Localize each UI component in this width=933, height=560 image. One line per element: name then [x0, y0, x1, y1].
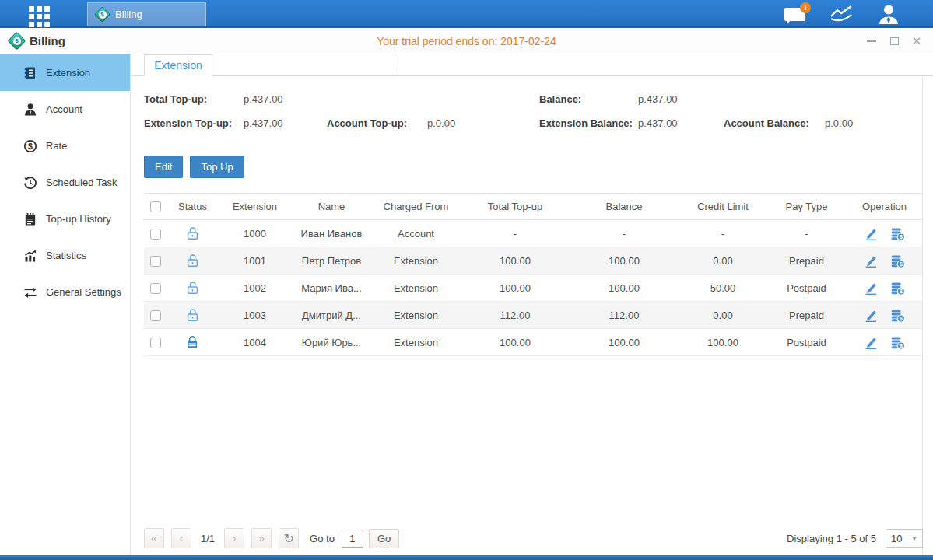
edit-pencil-icon[interactable] — [864, 308, 879, 323]
top-up-button[interactable]: Top Up — [190, 156, 244, 178]
topup-coins-icon[interactable]: $ — [890, 308, 905, 323]
maximize-button[interactable] — [889, 36, 900, 47]
edit-button[interactable]: Edit — [144, 156, 183, 178]
goto-page-input[interactable] — [342, 530, 363, 548]
table-header-row: StatusExtensionNameCharged FromTotal Top… — [144, 194, 923, 220]
minimize-button[interactable] — [866, 36, 877, 47]
next-page-button[interactable]: › — [224, 528, 244, 548]
edit-pencil-icon[interactable] — [864, 254, 879, 268]
page-size-select[interactable]: 10 ▼ — [886, 529, 923, 548]
edit-pencil-icon[interactable] — [864, 226, 879, 241]
account-balance-value: p.0.00 — [825, 117, 853, 129]
transfer-arrows-icon — [23, 285, 37, 299]
row-checkbox[interactable] — [150, 256, 161, 267]
billing-diamond-icon: $ — [94, 6, 110, 23]
sidebar-item-top-up-history[interactable]: Top-up History — [0, 201, 130, 237]
sidebar-item-account[interactable]: Account — [0, 91, 130, 128]
sidebar-item-statistics[interactable]: Statistics — [0, 237, 130, 274]
cell-operation: $ — [846, 329, 923, 356]
cell-extension: 1002 — [218, 275, 292, 302]
task-tab-billing[interactable]: $ Billing — [87, 2, 206, 26]
total-topup-label: Total Top-up: — [144, 93, 207, 105]
column-header-name: Name — [292, 194, 371, 220]
cell-balance: - — [570, 220, 679, 247]
chevron-down-icon: ▼ — [911, 535, 917, 542]
notification-badge: ! — [800, 2, 811, 13]
cell-extension: 1003 — [218, 302, 292, 329]
cell-charged-from: Extension — [371, 275, 461, 302]
sidebar-item-scheduled-task[interactable]: Scheduled Task — [0, 164, 130, 201]
sidebar-item-label: Scheduled Task — [46, 177, 118, 188]
column-header-credit-limit: Credit Limit — [679, 194, 767, 220]
table-row: 1004Юрий Юрь...Extension100.00100.00100.… — [144, 329, 923, 356]
refresh-icon[interactable]: ↻ — [279, 528, 299, 548]
sidebar-item-extension[interactable]: Extension — [0, 54, 130, 91]
balance-value: p.437.00 — [638, 93, 678, 105]
balance-label: Balance: — [539, 93, 581, 105]
row-checkbox[interactable] — [150, 310, 161, 321]
topup-coins-icon[interactable]: $ — [890, 254, 905, 268]
cell-name: Дмитрий Д... — [292, 302, 371, 329]
sidebar-item-label: Statistics — [46, 250, 86, 261]
tab-extension[interactable]: Extension — [144, 54, 212, 76]
row-checkbox[interactable] — [150, 229, 161, 240]
monitor-chart-icon[interactable] — [829, 4, 854, 24]
topup-coins-icon[interactable]: $ — [890, 335, 905, 350]
window-title: Billing — [30, 34, 65, 47]
cell-total-topup: 100.00 — [461, 275, 570, 302]
task-tab-label: Billing — [115, 9, 142, 20]
messages-icon[interactable]: ! — [784, 8, 805, 21]
first-page-button[interactable]: « — [144, 528, 164, 548]
table-row: 1003Дмитрий Д...Extension112.00112.000.0… — [144, 302, 923, 329]
column-header-extension: Extension — [218, 194, 292, 220]
total-topup-value: p.437.00 — [244, 93, 283, 105]
topup-coins-icon[interactable]: $ — [890, 226, 905, 241]
user-icon[interactable] — [877, 4, 900, 25]
sidebar-item-label: Top-up History — [46, 213, 111, 225]
svg-text:$: $ — [28, 141, 33, 150]
cell-name: Иван Иванов — [292, 220, 371, 247]
notebook-icon — [23, 212, 37, 226]
cell-name: Юрий Юрь... — [292, 329, 371, 356]
close-button[interactable]: ✕ — [911, 36, 922, 47]
row-checkbox[interactable] — [150, 338, 161, 348]
last-page-button[interactable]: » — [251, 528, 272, 548]
extension-topup-label: Extension Top-up: — [144, 117, 232, 129]
sidebar-item-rate[interactable]: $Rate — [0, 128, 130, 164]
cell-extension: 1001 — [218, 247, 292, 275]
cell-pay-type: Postpaid — [767, 275, 846, 302]
select-all-checkbox[interactable] — [150, 201, 161, 212]
cell-name: Мария Ива... — [292, 275, 371, 302]
account-balance-label: Account Balance: — [724, 117, 809, 129]
unlocked-icon — [186, 226, 199, 240]
extension-table: StatusExtensionNameCharged FromTotal Top… — [144, 193, 923, 356]
summary-section: Total Top-up: p.437.00 Balance: p.437.00… — [144, 92, 923, 143]
cell-extension: 1000 — [218, 220, 292, 247]
sidebar-item-label: Rate — [46, 140, 67, 152]
page-size-value: 10 — [891, 533, 902, 544]
ledger-icon — [23, 66, 37, 80]
column-header-status: Status — [167, 194, 218, 220]
cell-credit-limit: 0.00 — [679, 302, 767, 329]
person-icon — [23, 103, 37, 117]
cell-credit-limit: - — [679, 220, 767, 247]
topup-coins-icon[interactable]: $ — [890, 281, 905, 296]
go-button[interactable]: Go — [369, 529, 399, 548]
cell-balance: 112.00 — [570, 302, 679, 329]
cell-pay-type: Prepaid — [767, 302, 846, 329]
sidebar-item-general-settings[interactable]: General Settings — [0, 274, 130, 310]
cell-total-topup: - — [461, 220, 570, 247]
extension-balance-label: Extension Balance: — [539, 117, 633, 129]
cell-extension: 1004 — [218, 329, 292, 356]
cell-pay-type: - — [767, 220, 846, 247]
cell-pay-type: Postpaid — [767, 329, 846, 356]
row-checkbox[interactable] — [150, 283, 161, 294]
edit-pencil-icon[interactable] — [864, 281, 879, 296]
cell-operation: $ — [846, 220, 923, 247]
page-indicator: 1/1 — [201, 533, 215, 544]
prev-page-button[interactable]: ‹ — [171, 528, 191, 548]
app-grid-icon[interactable] — [29, 6, 50, 27]
edit-pencil-icon[interactable] — [864, 335, 879, 350]
dollar-circle-icon: $ — [23, 139, 37, 153]
column-header-total-top-up: Total Top-up — [461, 194, 570, 220]
